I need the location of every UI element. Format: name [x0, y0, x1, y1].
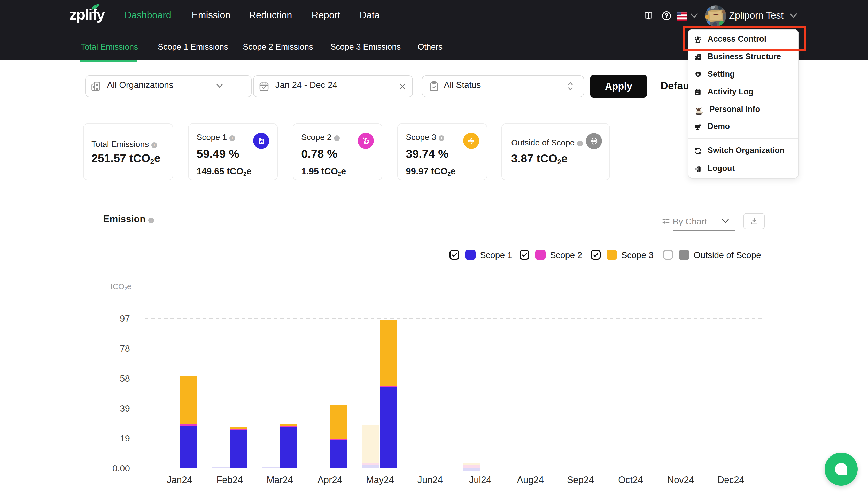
svg-text:Org: Org [714, 13, 717, 15]
